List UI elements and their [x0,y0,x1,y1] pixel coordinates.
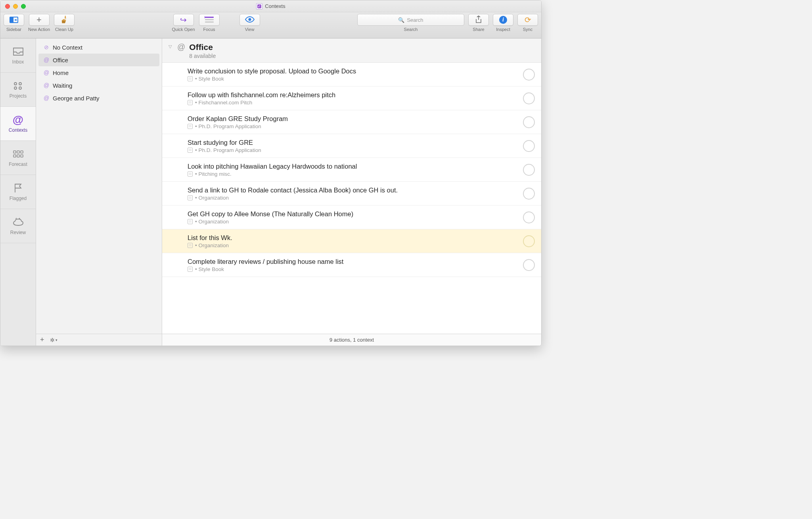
sidebar-toggle-button[interactable] [4,14,24,26]
traffic-lights [0,4,26,9]
complete-checkbox[interactable] [523,259,535,271]
share-button[interactable] [468,14,489,26]
perspective-label: Review [10,230,26,235]
task-project: • Style Book [195,266,224,272]
task-project: • Organization [195,219,229,225]
task-row[interactable]: Write conclusion to style proposal. Uplo… [162,63,541,86]
plus-icon: + [36,15,42,25]
complete-checkbox[interactable] [523,69,535,81]
review-icon [12,217,24,227]
sidebar-label: Sidebar [6,27,21,32]
svg-rect-9 [13,151,16,153]
window-title: Contexts [265,3,285,9]
note-icon [188,171,193,177]
task-row[interactable]: Get GH copy to Allee Monse (The Naturall… [162,206,541,229]
contexts-list: ⊘No Context@Office@Home@Waiting@George a… [36,38,162,334]
task-row[interactable]: Look into pitching Hawaiian Legacy Hardw… [162,158,541,182]
view-button[interactable] [239,14,260,26]
complete-checkbox[interactable] [523,235,535,247]
task-project: • Ph.D. Program Application [195,147,261,153]
context-label: No Context [53,44,82,51]
disclosure-triangle-icon[interactable]: ▽ [169,44,173,49]
zoom-window-button[interactable] [21,4,26,9]
sync-button[interactable]: ⟳ [517,14,538,26]
close-window-button[interactable] [5,4,10,9]
complete-checkbox[interactable] [523,188,535,200]
task-meta: • Ph.D. Program Application [188,147,518,153]
perspective-inbox[interactable]: Inbox [0,38,36,73]
task-row[interactable]: Start studying for GRE• Ph.D. Program Ap… [162,134,541,158]
complete-checkbox[interactable] [523,92,535,104]
context-row[interactable]: @George and Patty [38,92,159,104]
context-row[interactable]: @Office [38,54,159,66]
task-project: • Style Book [195,76,224,82]
search-label: Search [404,27,418,32]
svg-rect-14 [21,155,23,157]
sync-label: Sync [523,27,532,32]
complete-checkbox[interactable] [523,211,535,223]
sync-icon: ⟳ [525,15,531,25]
at-icon: @ [43,57,50,63]
task-row[interactable]: Follow up with fishchannel.com re:Alzhei… [162,86,541,110]
task-row[interactable]: Complete literary reviews / publishing h… [162,253,541,277]
complete-checkbox[interactable] [523,164,535,176]
task-title: Complete literary reviews / publishing h… [188,258,518,265]
quick-open-label: Quick Open [172,27,195,32]
eye-icon [245,15,255,25]
titlebar: Contexts [0,0,541,12]
quick-open-icon: ↪ [180,15,187,25]
clean-up-label: Clean Up [55,27,73,32]
task-title: Get GH copy to Allee Monse (The Naturall… [188,210,518,218]
task-row[interactable]: List for this Wk.• Organization [162,229,541,253]
task-meta: • Style Book [188,76,518,82]
svg-rect-13 [17,155,19,157]
at-icon: @ [43,95,50,101]
focus-button[interactable] [199,14,220,26]
perspective-forecast[interactable]: Forecast [0,141,36,175]
svg-point-4 [248,18,251,21]
quick-open-button[interactable]: ↪ [173,14,194,26]
complete-checkbox[interactable] [523,140,535,152]
context-actions-button[interactable]: ✲▾ [50,337,57,343]
share-label: Share [473,27,484,32]
new-action-button[interactable]: + [29,14,50,26]
perspective-review[interactable]: Review [0,209,36,243]
note-icon [188,100,193,105]
projects-icon [12,81,24,91]
perspective-flagged[interactable]: Flagged [0,175,36,209]
forecast-icon [12,149,24,159]
minimize-window-button[interactable] [13,4,18,9]
note-icon [188,195,193,200]
svg-point-6 [19,83,21,85]
task-meta: • Organization [188,219,518,225]
toolbar: Sidebar + New Action Clean Up ↪ Quick Op… [0,12,541,38]
status-bar: 9 actions, 1 context [162,334,541,346]
inspect-button[interactable]: i [493,14,513,26]
context-subtitle: 8 available [189,53,216,59]
perspective-label: Projects [10,93,27,99]
task-meta: • Pitching misc. [188,171,518,177]
task-row[interactable]: Send a link to GH to Rodale contact (Jes… [162,182,541,206]
context-label: Waiting [53,82,72,89]
task-title: Send a link to GH to Rodale contact (Jes… [188,186,518,194]
context-row[interactable]: @Home [38,66,159,79]
svg-rect-2 [205,21,214,23]
search-input[interactable]: 🔍 Search [357,14,464,26]
complete-checkbox[interactable] [523,116,535,128]
perspective-projects[interactable]: Projects [0,73,36,107]
share-icon [475,15,482,25]
note-icon [188,243,193,248]
add-context-button[interactable]: + [40,336,44,344]
task-row[interactable]: Order Kaplan GRE Study Program• Ph.D. Pr… [162,110,541,134]
no-context-icon: ⊘ [43,44,50,50]
clean-up-button[interactable] [54,14,75,26]
focus-icon [205,16,214,24]
task-title: List for this Wk. [188,234,518,242]
context-row[interactable]: ⊘No Context [38,41,159,54]
context-row[interactable]: @Waiting [38,79,159,92]
note-icon [188,124,193,129]
note-icon [188,267,193,272]
perspective-contexts[interactable]: @Contexts [0,107,36,141]
new-action-label: New Action [28,27,50,32]
at-icon: @ [43,82,50,88]
